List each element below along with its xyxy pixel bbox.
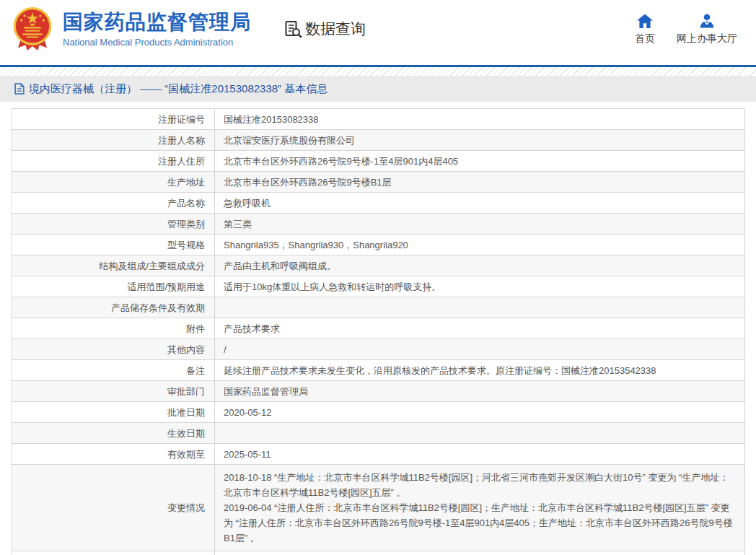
row-label: 注册证编号 bbox=[12, 109, 214, 129]
row-value: / bbox=[214, 339, 744, 359]
row-label: 附件 bbox=[12, 318, 214, 338]
row-value: 2018-10-18 “生产地址：北京市丰台区科学城11B2号楼[园区]；河北省… bbox=[214, 465, 744, 551]
table-row-effective-date: 生效日期 bbox=[12, 423, 744, 444]
row-label: 变更情况 bbox=[12, 465, 214, 551]
top-nav: 首页 网上办事大厅 bbox=[635, 13, 737, 45]
decorative-stripe-band bbox=[0, 67, 756, 76]
row-value: 适用于10kg体重以上病人急救和转运时的呼吸支持。 bbox=[214, 276, 744, 297]
data-query-icon bbox=[283, 19, 302, 39]
row-label: 批准日期 bbox=[12, 402, 214, 422]
nav-item-home[interactable]: 首页 bbox=[635, 13, 655, 45]
row-label: 审批部门 bbox=[12, 381, 214, 401]
row-value: 国械注准20153082338 bbox=[214, 109, 744, 129]
org-name-zh: 国家药品监督管理局 bbox=[63, 11, 251, 34]
table-row-remarks: 备注 延续注册产品技术要求未发生变化，沿用原核发的产品技术要求。原注册证编号：国… bbox=[12, 360, 744, 381]
table-row-valid-until: 有效期至 2025-05-11 bbox=[12, 444, 744, 465]
row-label: 产品储存条件及有效期 bbox=[12, 297, 214, 318]
table-row-approval-date: 批准日期 2020-05-12 bbox=[12, 402, 744, 423]
row-value bbox=[214, 297, 744, 318]
row-label: 型号规格 bbox=[12, 235, 214, 255]
row-label: 结构及组成/主要组成成分 bbox=[12, 255, 214, 276]
row-value: 北京市丰台区外环西路26号院9号楼-1至4层901内4层405 bbox=[214, 151, 744, 171]
row-label: 注册人住所 bbox=[12, 151, 214, 171]
table-row-model-spec: 型号规格 Shangrila935，Shangrila930，Shangrila… bbox=[12, 235, 744, 255]
row-label: 生产地址 bbox=[12, 172, 214, 192]
row-label: 注册人名称 bbox=[12, 130, 214, 150]
table-row-reg-cert-no: 注册证编号 国械注准20153082338 bbox=[12, 109, 744, 130]
table-row-attachment: 附件 产品技术要求 bbox=[12, 318, 744, 339]
site-header: 国家药品监督管理局 National Medical Products Admi… bbox=[0, 0, 756, 67]
row-value: 北京市丰台区外环西路26号院9号楼B1层 bbox=[214, 172, 744, 192]
row-label: 适用范围/预期用途 bbox=[12, 276, 214, 297]
row-value: 第三类 bbox=[214, 214, 744, 234]
table-row-structure-composition: 结构及组成/主要组成成分 产品由主机和呼吸阀组成。 bbox=[12, 255, 744, 276]
table-row-intended-use: 适用范围/预期用途 适用于10kg体重以上病人急救和转运时的呼吸支持。 bbox=[12, 276, 744, 297]
document-icon bbox=[14, 83, 25, 95]
row-value: 2025-05-11 bbox=[214, 444, 744, 464]
data-query-section[interactable]: 数据查询 bbox=[283, 19, 366, 39]
row-label: 管理类别 bbox=[12, 214, 214, 234]
row-label: 其他内容 bbox=[12, 339, 214, 359]
table-row-change-history: 变更情况 2018-10-18 “生产地址：北京市丰台区科学城11B2号楼[园区… bbox=[12, 465, 744, 551]
row-label: 生效日期 bbox=[12, 423, 214, 443]
site-logo[interactable]: 国家药品监督管理局 National Medical Products Admi… bbox=[12, 6, 251, 51]
data-query-label: 数据查询 bbox=[305, 19, 366, 39]
row-value: 北京谊安医疗系统股份有限公司 bbox=[214, 130, 744, 150]
table-row-storage-conditions: 产品储存条件及有效期 bbox=[12, 297, 744, 318]
table-row-product-name: 产品名称 急救呼吸机 bbox=[12, 193, 744, 214]
table-row-approval-department: 审批部门 国家药品监督管理局 bbox=[12, 381, 744, 402]
row-value: Shangrila935，Shangrila930，Shangrila920 bbox=[214, 235, 744, 255]
org-name-en: National Medical Products Administration bbox=[63, 37, 251, 48]
national-emblem-icon bbox=[12, 6, 53, 51]
nav-item-service-hall[interactable]: 网上办事大厅 bbox=[677, 13, 737, 45]
main-content: 注册证编号 国械注准20153082338 注册人名称 北京谊安医疗系统股份有限… bbox=[0, 102, 756, 555]
user-icon bbox=[699, 13, 715, 29]
page-title: 境内医疗器械（注册） —— “国械注准20153082338” 基本信息 bbox=[29, 82, 328, 96]
table-row-production-address: 生产地址 北京市丰台区外环西路26号院9号楼B1层 bbox=[12, 172, 744, 193]
table-row-registrant-name: 注册人名称 北京谊安医疗系统股份有限公司 bbox=[12, 130, 744, 151]
table-row-other-content: 其他内容 / bbox=[12, 339, 744, 360]
table-row-registrant-address: 注册人住所 北京市丰台区外环西路26号院9号楼-1至4层901内4层405 bbox=[12, 151, 744, 172]
change-entry-1: 2018-10-18 “生产地址：北京市丰台区科学城11B2号楼[园区]；河北省… bbox=[224, 470, 736, 500]
row-label: 注 bbox=[12, 551, 214, 555]
row-value: 延续注册产品技术要求未发生变化，沿用原核发的产品技术要求。原注册证编号：国械注准… bbox=[214, 360, 744, 380]
table-row-management-class: 管理类别 第三类 bbox=[12, 214, 744, 235]
row-value bbox=[214, 423, 744, 443]
row-value: 详情 bbox=[214, 551, 744, 555]
breadcrumb: 境内医疗器械（注册） —— “国械注准20153082338” 基本信息 bbox=[0, 76, 756, 102]
row-label: 有效期至 bbox=[12, 444, 214, 464]
home-icon bbox=[636, 13, 654, 29]
row-value: 产品技术要求 bbox=[214, 318, 744, 338]
row-label: 备注 bbox=[12, 360, 214, 380]
org-names: 国家药品监督管理局 National Medical Products Admi… bbox=[63, 11, 251, 48]
row-value: 产品由主机和呼吸阀组成。 bbox=[214, 255, 744, 276]
row-value: 2020-05-12 bbox=[214, 402, 744, 422]
nav-label-service-hall: 网上办事大厅 bbox=[677, 32, 737, 45]
row-label: 产品名称 bbox=[12, 193, 214, 213]
row-value: 急救呼吸机 bbox=[214, 193, 744, 213]
registration-info-table: 注册证编号 国械注准20153082338 注册人名称 北京谊安医疗系统股份有限… bbox=[11, 108, 745, 555]
change-entry-2: 2019-06-04 “注册人住所：北京市丰台区科学城11B2号楼[园区]；生产… bbox=[224, 500, 736, 546]
table-row-note: 注 详情 bbox=[12, 551, 744, 555]
nav-label-home: 首页 bbox=[635, 32, 655, 45]
row-value: 国家药品监督管理局 bbox=[214, 381, 744, 401]
